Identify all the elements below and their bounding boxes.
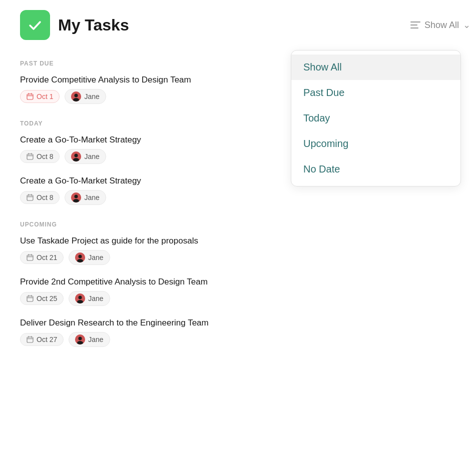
- page-title: My Tasks: [58, 16, 129, 34]
- calendar-icon: [27, 153, 34, 160]
- assignee-badge[interactable]: Jane: [65, 190, 106, 205]
- assignee-badge[interactable]: Jane: [65, 149, 106, 164]
- task-item: Deliver Design Research to the Engineeri…: [20, 318, 456, 347]
- avatar: [75, 334, 85, 344]
- page-header: My Tasks Show All ⌄: [20, 10, 470, 40]
- date-text: Oct 25: [37, 294, 57, 302]
- dropdown-item-no-date[interactable]: No Date: [291, 156, 460, 182]
- avatar: [75, 294, 85, 304]
- assignee-name: Jane: [84, 194, 99, 202]
- svg-rect-0: [27, 94, 33, 100]
- task-title: Deliver Design Research to the Engineeri…: [20, 318, 456, 328]
- assignee-name: Jane: [84, 92, 99, 100]
- svg-rect-14: [27, 195, 33, 200]
- filter-icon: [410, 22, 420, 28]
- assignee-name: Jane: [88, 254, 103, 262]
- dropdown-item-upcoming[interactable]: Upcoming: [291, 131, 460, 156]
- svg-rect-28: [27, 296, 33, 302]
- svg-rect-35: [27, 337, 33, 342]
- date-badge[interactable]: Oct 21: [20, 251, 64, 264]
- svg-point-40: [79, 337, 82, 340]
- assignee-name: Jane: [88, 336, 103, 344]
- avatar: [71, 152, 81, 162]
- chevron-down-icon: ⌄: [463, 20, 470, 30]
- date-badge[interactable]: Oct 8: [20, 191, 60, 204]
- svg-point-33: [79, 296, 82, 300]
- svg-point-12: [75, 154, 78, 158]
- show-all-label: Show All: [424, 20, 459, 30]
- date-badge[interactable]: Oct 25: [20, 292, 64, 305]
- dropdown-item-show-all[interactable]: Show All: [291, 54, 460, 80]
- assignee-badge[interactable]: Jane: [69, 291, 110, 306]
- task-meta: Oct 27 Jane: [20, 332, 456, 347]
- date-text: Oct 1: [37, 92, 53, 100]
- task-meta: Oct 8 Jane: [20, 190, 456, 205]
- task-item: Use Taskade Project as guide for the pro…: [20, 236, 456, 265]
- svg-rect-7: [27, 154, 33, 160]
- date-text: Oct 8: [37, 194, 53, 202]
- dropdown-item-past-due[interactable]: Past Due: [291, 80, 460, 106]
- task-meta: Oct 21 Jane: [20, 250, 456, 265]
- section-label-upcoming: UPCOMING: [20, 221, 456, 228]
- svg-point-5: [75, 94, 78, 98]
- assignee-name: Jane: [88, 294, 103, 302]
- date-badge[interactable]: Oct 1: [20, 90, 60, 103]
- show-all-button[interactable]: Show All ⌄: [410, 20, 470, 30]
- task-title: Provide 2nd Competitive Analysis to Desi…: [20, 277, 456, 287]
- task-title: Use Taskade Project as guide for the pro…: [20, 236, 456, 246]
- assignee-badge[interactable]: Jane: [65, 89, 106, 104]
- date-badge[interactable]: Oct 27: [20, 333, 64, 346]
- calendar-icon: [27, 93, 34, 100]
- task-meta: Oct 25 Jane: [20, 291, 456, 306]
- calendar-icon: [27, 254, 34, 261]
- assignee-badge[interactable]: Jane: [69, 250, 110, 265]
- dropdown-item-today[interactable]: Today: [291, 106, 460, 131]
- app-logo: [20, 10, 50, 40]
- assignee-badge[interactable]: Jane: [69, 332, 110, 347]
- task-item: Provide 2nd Competitive Analysis to Desi…: [20, 277, 456, 306]
- svg-point-26: [79, 255, 82, 258]
- date-text: Oct 8: [37, 152, 53, 160]
- section-upcoming: UPCOMING Use Taskade Project as guide fo…: [20, 221, 456, 347]
- avatar: [71, 92, 81, 102]
- calendar-icon: [27, 194, 34, 201]
- date-badge[interactable]: Oct 8: [20, 150, 60, 163]
- header-left: My Tasks: [20, 10, 129, 40]
- svg-point-19: [75, 195, 78, 198]
- assignee-name: Jane: [84, 152, 99, 160]
- calendar-icon: [27, 295, 34, 302]
- calendar-icon: [27, 336, 34, 343]
- date-text: Oct 21: [37, 254, 57, 262]
- avatar: [71, 192, 81, 202]
- avatar: [75, 252, 85, 262]
- date-text: Oct 27: [37, 336, 57, 344]
- dropdown-menu: Show All Past Due Today Upcoming No Date: [291, 50, 461, 186]
- svg-rect-21: [27, 255, 33, 260]
